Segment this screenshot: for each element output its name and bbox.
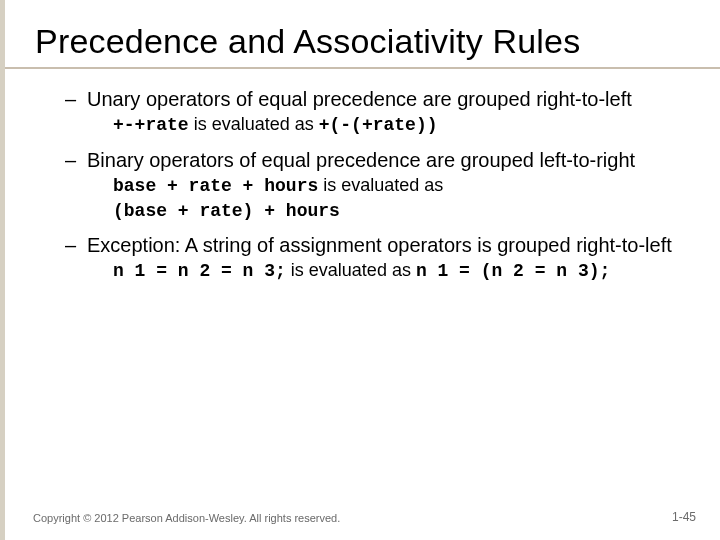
sub-mid: is evaluated as	[318, 175, 443, 195]
bullet-item: – Exception: A string of assignment oper…	[65, 233, 690, 257]
bullet-item: – Binary operators of equal precedence a…	[65, 148, 690, 172]
code-result: n 1 = (n 2 = n 3);	[416, 261, 610, 281]
page-number: 1-45	[672, 510, 696, 524]
slide-content: – Unary operators of equal precedence ar…	[5, 69, 720, 284]
slide: Precedence and Associativity Rules – Una…	[0, 0, 720, 540]
bullet-sub: +-+rate is evaluated as +(-(+rate))	[113, 113, 690, 137]
bullet-sub: base + rate + hours is evaluated as (bas…	[113, 174, 690, 223]
sub-mid: is evaluated as	[286, 260, 416, 280]
code-expr: base + rate + hours	[113, 176, 318, 196]
bullet-text: Binary operators of equal precedence are…	[87, 148, 690, 172]
bullet-dash: –	[65, 87, 87, 111]
bullet-text: Exception: A string of assignment operat…	[87, 233, 690, 257]
code-result: +(-(+rate))	[319, 115, 438, 135]
slide-title: Precedence and Associativity Rules	[5, 0, 720, 69]
bullet-dash: –	[65, 233, 87, 257]
bullet-item: – Unary operators of equal precedence ar…	[65, 87, 690, 111]
bullet-dash: –	[65, 148, 87, 172]
code-expr: n 1 = n 2 = n 3;	[113, 261, 286, 281]
bullet-text: Unary operators of equal precedence are …	[87, 87, 690, 111]
code-result: (base + rate) + hours	[113, 201, 340, 221]
copyright-footer: Copyright © 2012 Pearson Addison-Wesley.…	[33, 512, 340, 524]
code-expr: +-+rate	[113, 115, 189, 135]
bullet-sub: n 1 = n 2 = n 3; is evaluated as n 1 = (…	[113, 259, 690, 283]
sub-mid: is evaluated as	[189, 114, 319, 134]
